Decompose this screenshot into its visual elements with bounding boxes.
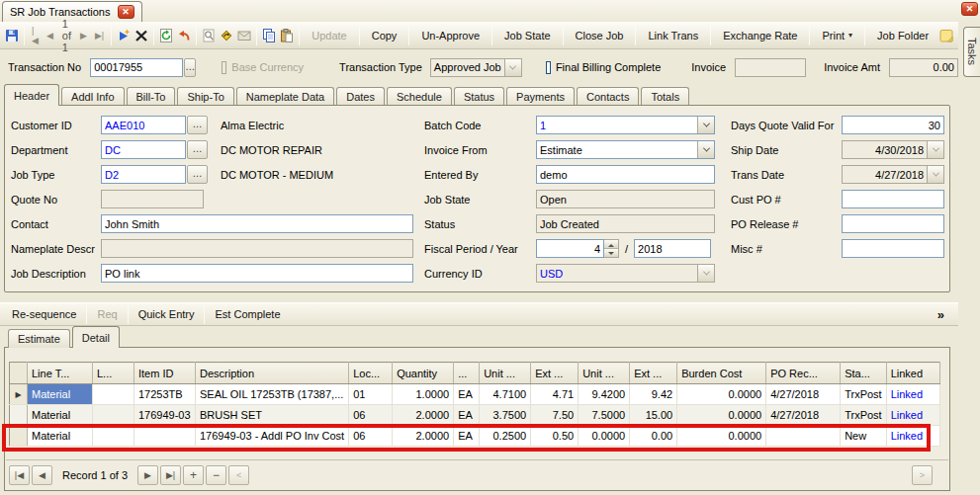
record-first-icon[interactable]: |◀: [9, 465, 30, 485]
toolbar-overflow-icon[interactable]: »: [937, 307, 944, 322]
nav-next-record-icon[interactable]: ▶: [77, 31, 90, 41]
ship-date-dropdown-icon[interactable]: [927, 141, 943, 158]
cell-po-rec[interactable]: 4/27/2018: [766, 384, 841, 405]
cell-description[interactable]: SEAL OIL 17253TB (17387,...: [196, 384, 349, 405]
job-state-input[interactable]: [536, 190, 715, 208]
nav-first-record-icon[interactable]: |◀: [29, 26, 42, 45]
col-description[interactable]: Description: [196, 363, 349, 384]
cell-line-type[interactable]: Material: [28, 405, 93, 426]
tab-bill-to[interactable]: Bill-To: [127, 87, 176, 106]
cell-ext-price[interactable]: 15.00: [630, 405, 677, 426]
window-close-icon[interactable]: ✕: [961, 2, 978, 16]
tab-nameplate-data[interactable]: Nameplate Data: [236, 87, 335, 106]
grid-row-1[interactable]: ▶ Material 17253TB SEAL OIL 17253TB (173…: [10, 384, 940, 405]
col-loc[interactable]: Loc...: [349, 363, 393, 384]
customer-id-lookup-icon[interactable]: …: [187, 116, 208, 134]
tab-addl-info[interactable]: Addl Info: [61, 87, 124, 106]
department-lookup-icon[interactable]: …: [187, 140, 208, 159]
cell-burden-cost[interactable]: 0.0000: [677, 405, 766, 426]
trans-date-dropdown-icon[interactable]: [927, 166, 943, 183]
record-prev-icon[interactable]: ◀: [32, 465, 52, 485]
cell-unit-price[interactable]: 9.4200: [579, 384, 630, 405]
cell-linked-link[interactable]: Linked: [886, 405, 939, 426]
col-line-type[interactable]: Line T...: [28, 363, 93, 384]
new-record-icon[interactable]: [116, 25, 132, 46]
nameplate-descr-input[interactable]: [101, 239, 413, 258]
row-selector[interactable]: [10, 426, 28, 447]
grid-row-2[interactable]: Material 176949-03 BRUSH SET 06 2.0000 E…: [10, 405, 940, 426]
cell-description[interactable]: 176949-03 - Addl PO Inv Cost: [196, 426, 349, 447]
cell-ext-cost[interactable]: 7.50: [531, 405, 579, 426]
cell-burden-cost[interactable]: 0.0000: [677, 426, 766, 447]
grid-scroll-left-icon[interactable]: <: [228, 465, 249, 485]
link-trans-button[interactable]: Link Trans: [640, 25, 706, 46]
cell-item-id[interactable]: 176949-03: [134, 405, 196, 426]
un-approve-button[interactable]: Un-Approve: [413, 25, 488, 46]
exchange-rate-button[interactable]: Exchange Rate: [715, 25, 805, 46]
cell-loc[interactable]: 01: [349, 384, 393, 405]
trans-date-picker[interactable]: 4/27/2018: [842, 165, 944, 184]
est-complete-button[interactable]: Est Complete: [207, 303, 288, 325]
tab-totals[interactable]: Totals: [641, 87, 689, 106]
transaction-no-lookup-icon[interactable]: …: [184, 58, 196, 77]
job-type-lookup-icon[interactable]: …: [187, 165, 208, 184]
currency-id-combo[interactable]: USD: [536, 264, 715, 283]
col-l[interactable]: L...: [93, 363, 134, 384]
cell-uom[interactable]: EA: [454, 426, 480, 447]
req-button[interactable]: Req: [89, 303, 125, 325]
cell-uom[interactable]: EA: [454, 384, 480, 405]
row-selector[interactable]: [10, 405, 28, 426]
col-uom[interactable]: ...: [454, 363, 480, 384]
col-item-id[interactable]: Item ID: [134, 363, 196, 384]
tasks-side-tab[interactable]: Tasks: [963, 27, 980, 77]
cell-l[interactable]: [93, 405, 134, 426]
cell-line-type[interactable]: Material: [28, 426, 93, 447]
col-po-rec[interactable]: PO Rec...: [766, 363, 841, 384]
cell-po-rec[interactable]: 4/27/2018: [766, 405, 841, 426]
cell-description[interactable]: BRUSH SET: [196, 405, 349, 426]
cell-sta[interactable]: New: [841, 426, 887, 447]
email-icon[interactable]: [236, 25, 252, 46]
invoice-input[interactable]: [735, 58, 806, 77]
quote-no-input[interactable]: [101, 190, 204, 208]
days-quote-input[interactable]: [842, 116, 944, 134]
tab-dates[interactable]: Dates: [336, 87, 385, 106]
save-icon[interactable]: [4, 25, 20, 46]
cell-ext-cost[interactable]: 4.71: [531, 384, 579, 405]
tab-ship-to[interactable]: Ship-To: [177, 87, 233, 106]
tab-estimate[interactable]: Estimate: [8, 329, 70, 348]
transaction-no-input[interactable]: [90, 58, 183, 77]
fiscal-period-spinner[interactable]: [604, 239, 619, 258]
batch-code-dropdown-icon[interactable]: [697, 117, 714, 133]
fiscal-year-input[interactable]: [634, 239, 711, 258]
quick-entry-button[interactable]: Quick Entry: [131, 303, 203, 325]
cell-l[interactable]: [93, 426, 134, 447]
tab-contacts[interactable]: Contacts: [577, 87, 639, 106]
grid-row-3-highlighted[interactable]: Material 176949-03 - Addl PO Inv Cost 06…: [10, 426, 940, 447]
cell-unit-price[interactable]: 7.5000: [579, 405, 630, 426]
cell-loc[interactable]: 06: [349, 405, 393, 426]
cell-unit-price[interactable]: 0.0000: [579, 426, 630, 447]
cell-item-id[interactable]: 17253TB: [134, 384, 196, 405]
nav-prev-record-icon[interactable]: ◀: [44, 31, 56, 41]
cell-quantity[interactable]: 2.0000: [393, 405, 454, 426]
job-state-button[interactable]: Job State: [496, 25, 558, 46]
job-type-input[interactable]: [101, 165, 186, 184]
tab-payments[interactable]: Payments: [506, 87, 575, 106]
cell-linked-link[interactable]: Linked: [886, 426, 939, 447]
base-currency-checkbox[interactable]: [222, 61, 226, 74]
tab-close-icon[interactable]: ✕: [118, 5, 134, 19]
record-add-icon[interactable]: +: [183, 465, 204, 485]
tab-header[interactable]: Header: [4, 84, 59, 106]
cell-unit-cost[interactable]: 4.7100: [480, 384, 531, 405]
entered-by-input[interactable]: [536, 165, 715, 184]
department-input[interactable]: [101, 140, 186, 159]
cell-ext-cost[interactable]: 0.50: [531, 426, 579, 447]
record-delete-icon[interactable]: −: [206, 465, 226, 485]
currency-id-dropdown-icon[interactable]: [697, 265, 714, 282]
transaction-type-combo[interactable]: Approved Job: [430, 58, 522, 77]
cell-ext-price[interactable]: 9.42: [630, 384, 677, 405]
col-unit-price[interactable]: Unit ...: [579, 363, 630, 384]
cell-unit-cost[interactable]: 0.2500: [480, 426, 531, 447]
invoice-from-dropdown-icon[interactable]: [697, 141, 714, 158]
